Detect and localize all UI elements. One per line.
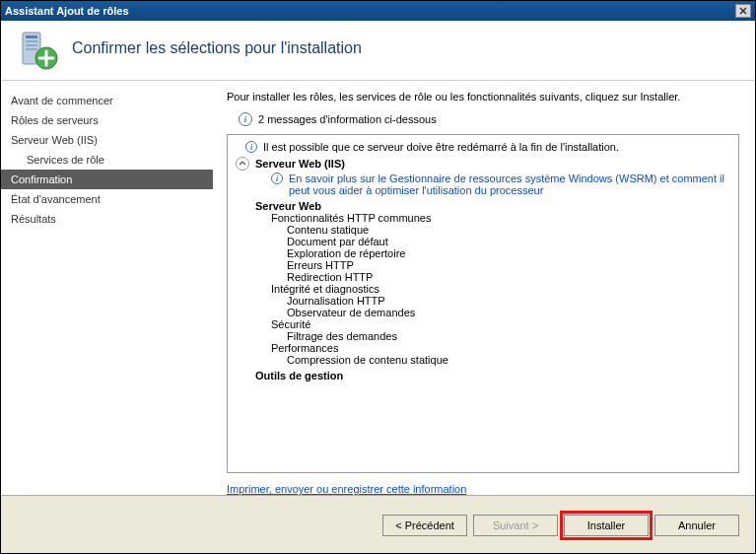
sidebar-item-6[interactable]: Résultats xyxy=(1,209,213,229)
tree-node: Erreurs HTTP xyxy=(236,259,732,271)
tree-node: Compression de contenu statique xyxy=(236,354,732,366)
messages-info-row: i 2 messages d'information ci-dessous xyxy=(227,112,739,126)
tree-node: Intégrité et diagnostics xyxy=(236,283,732,295)
tree-node: Filtrage des demandes xyxy=(236,330,732,342)
sidebar-item-5[interactable]: État d'avancement xyxy=(1,189,213,209)
previous-button[interactable]: < Précédent xyxy=(382,515,467,536)
info-icon: i xyxy=(271,173,283,184)
tree-node: Contenu statique xyxy=(236,224,732,236)
close-icon xyxy=(739,7,747,15)
restart-warning-text: Il est possible que ce serveur doive êtr… xyxy=(263,141,619,153)
section-title: Serveur Web (IIS) xyxy=(255,158,345,170)
info-icon: i xyxy=(239,112,252,126)
close-button[interactable] xyxy=(735,4,751,18)
svg-rect-4 xyxy=(26,48,37,50)
title-text: Assistant Ajout de rôles xyxy=(5,5,129,17)
wsrm-link-row: i En savoir plus sur le Gestionnaire de … xyxy=(236,173,732,196)
wsrm-link[interactable]: En savoir plus sur le Gestionnaire de re… xyxy=(289,173,732,196)
tree-node: Serveur Web xyxy=(236,200,732,212)
sidebar: Avant de commencerRôles de serveursServe… xyxy=(1,81,213,495)
button-row: < Précédent Suivant > Installer Annuler xyxy=(1,495,755,554)
tree-node: Redirection HTTP xyxy=(236,271,732,283)
page-header: Confirmer les sélections pour l'installa… xyxy=(1,21,755,81)
messages-info-text: 2 messages d'information ci-dessous xyxy=(258,113,437,125)
tree-node: Observateur de demandes xyxy=(236,307,732,318)
sidebar-item-3[interactable]: Services de rôle xyxy=(1,150,213,170)
tree-node: Journalisation HTTP xyxy=(236,295,732,307)
svg-rect-1 xyxy=(26,35,37,38)
tree-node: Fonctionnalités HTTP communes xyxy=(236,212,732,224)
info-icon: i xyxy=(245,141,257,153)
sidebar-item-2[interactable]: Serveur Web (IIS) xyxy=(1,130,213,150)
title-bar: Assistant Ajout de rôles xyxy=(1,1,755,21)
content-area: Pour installer les rôles, les services d… xyxy=(213,81,755,495)
svg-rect-2 xyxy=(26,40,37,42)
sidebar-item-0[interactable]: Avant de commencer xyxy=(1,91,213,110)
tree-node: Exploration de répertoire xyxy=(236,247,732,259)
instruction-text: Pour installer les rôles, les services d… xyxy=(227,91,739,103)
restart-warning-row: i Il est possible que ce serveur doive ê… xyxy=(236,141,732,153)
confirmation-list[interactable]: i Il est possible que ce serveur doive ê… xyxy=(227,134,739,473)
tree-node: Sécurité xyxy=(236,318,732,330)
install-button[interactable]: Installer xyxy=(564,515,649,536)
tree-node: Outils de gestion xyxy=(236,370,732,381)
print-save-link[interactable]: Imprimer, envoyer ou enregistrer cette i… xyxy=(227,483,739,495)
tree-node: Performances xyxy=(236,342,732,354)
next-button: Suivant > xyxy=(473,515,558,536)
sidebar-item-4[interactable]: Confirmation xyxy=(1,170,213,189)
tree-node: Document par défaut xyxy=(236,236,732,247)
svg-rect-3 xyxy=(26,44,37,46)
sidebar-item-1[interactable]: Rôles de serveurs xyxy=(1,110,213,130)
feature-tree: Serveur WebFonctionnalités HTTP communes… xyxy=(236,200,732,381)
chevron-up-icon[interactable] xyxy=(236,157,249,171)
section-header[interactable]: Serveur Web (IIS) xyxy=(236,157,732,171)
page-title: Confirmer les sélections pour l'installa… xyxy=(72,39,362,57)
cancel-button[interactable]: Annuler xyxy=(654,515,739,536)
wizard-icon xyxy=(17,29,56,68)
